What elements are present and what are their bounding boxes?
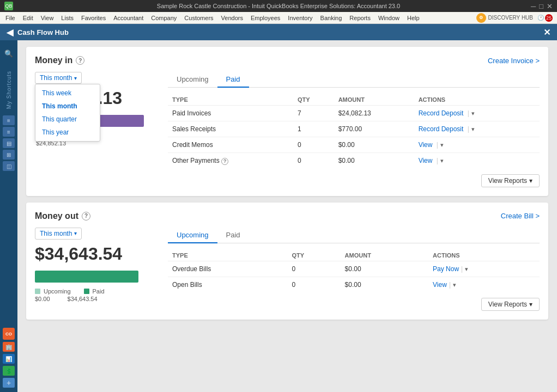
cell-qty-out: 0 [288, 261, 341, 277]
tab-paid-money-out[interactable]: Paid [217, 228, 249, 243]
sidebar-icon-blue[interactable]: 📊 [3, 354, 15, 364]
money-out-title: Money out ? [35, 211, 90, 221]
main-content: Money in ? Create Invoice > This month ▾… [17, 40, 557, 392]
menu-banking[interactable]: Banking [317, 14, 346, 22]
view-link[interactable]: View [433, 281, 447, 289]
chevron-view-icon[interactable]: ▾ [453, 281, 456, 288]
menu-customers[interactable]: Customers [181, 14, 216, 22]
menu-vendors[interactable]: Vendors [218, 14, 246, 22]
money-out-table-header-row: TYPE QTY AMOUNT ACTIONS [168, 250, 540, 261]
upcoming-legend-label: Upcoming [44, 288, 71, 295]
minimize-button[interactable]: ─ [531, 2, 536, 10]
money-in-tabs: Upcoming Paid [168, 72, 540, 88]
menu-bar-right: ⚙ DISCOVERY HUB 🕐 25 [476, 13, 553, 23]
money-out-card: Money out ? Create Bill > This month ▾ $… [26, 203, 548, 320]
menu-view[interactable]: View [38, 14, 57, 22]
money-out-table-body: Overdue Bills 0 $0.00 Pay Now|▾ Open Bil… [168, 261, 540, 292]
money-out-dropdown-btn[interactable]: This month ▾ [35, 228, 82, 240]
menu-reports[interactable]: Reports [346, 14, 374, 22]
discovery-hub-button[interactable]: ⚙ DISCOVERY HUB [476, 13, 533, 23]
action-link-primary[interactable]: View [419, 141, 433, 149]
menu-accountant[interactable]: Accountant [110, 14, 147, 22]
money-out-right: Upcoming Paid TYPE QTY AMOUNT ACTIONS [168, 228, 540, 311]
paid-out-amount-label: $34,643.54 [68, 296, 98, 302]
action-chevron-icon[interactable]: ▾ [471, 110, 475, 117]
dropdown-this-quarter[interactable]: This quarter [35, 113, 100, 126]
table-row: Open Bills 0 $0.00 View|▾ [168, 277, 540, 292]
col-type: TYPE [168, 94, 293, 106]
sidebar-icon-green[interactable]: 💲 [3, 366, 15, 376]
money-in-info-icon[interactable]: ? [76, 56, 84, 65]
view-reports-button-money-out[interactable]: View Reports ▾ [481, 298, 540, 311]
action-chevron-view-icon[interactable]: ▾ [440, 157, 444, 164]
money-out-info-icon[interactable]: ? [82, 212, 90, 220]
menu-inventory[interactable]: Inventory [284, 14, 316, 22]
col-amount-out: AMOUNT [341, 250, 429, 261]
money-in-table-body: Paid Invoices 7 $24,082.13 Record Deposi… [168, 106, 540, 169]
sidebar-icon-5[interactable]: ◫ [3, 161, 15, 171]
sidebar-icon-2[interactable]: ≡ [3, 127, 15, 137]
sidebar-search-icon[interactable]: 🔍 [2, 47, 15, 60]
sidebar-icon-orange[interactable]: 🏢 [3, 342, 15, 352]
action-chevron-icon[interactable]: ▾ [471, 126, 475, 132]
money-in-dropdown[interactable]: This month ▾ This week This month This q… [35, 72, 82, 84]
money-out-table-head: TYPE QTY AMOUNT ACTIONS [168, 250, 540, 261]
tab-paid-money-in[interactable]: Paid [217, 72, 249, 88]
tab-upcoming-money-out[interactable]: Upcoming [168, 228, 217, 243]
maximize-button[interactable]: □ [539, 2, 543, 10]
menu-employees[interactable]: Employees [247, 14, 283, 22]
cell-qty: 0 [293, 153, 334, 169]
money-in-dropdown-menu: This week This month This quarter This y… [35, 84, 100, 142]
money-in-table-head: TYPE QTY AMOUNT ACTIONS [168, 94, 540, 106]
tab-upcoming-money-in[interactable]: Upcoming [168, 72, 217, 88]
notification-count[interactable]: 25 [545, 14, 553, 22]
table-row: Overdue Bills 0 $0.00 Pay Now|▾ [168, 261, 540, 277]
window-controls[interactable]: ─ □ ✕ [531, 2, 553, 10]
money-out-dropdown-label: This month [40, 230, 72, 237]
money-in-title: Money in ? [35, 56, 84, 65]
sidebar-icon-3[interactable]: ▤ [3, 138, 15, 148]
create-bill-link[interactable]: Create Bill > [501, 212, 540, 220]
info-icon-other[interactable]: ? [221, 158, 228, 165]
hub-title: Cash Flow Hub [17, 28, 69, 36]
action-link-primary[interactable]: Record Deposit [419, 125, 464, 133]
money-out-dropdown[interactable]: This month ▾ [35, 228, 82, 240]
menu-window[interactable]: Window [375, 14, 403, 22]
co-button[interactable]: CO [3, 328, 15, 340]
money-in-dropdown-btn[interactable]: This month ▾ [35, 72, 82, 84]
paid-out-legend-label: Paid [93, 288, 105, 295]
action-link-primary[interactable]: Record Deposit [419, 109, 464, 117]
col-actions-out: ACTIONS [428, 250, 540, 261]
add-shortcut-button[interactable]: + [3, 378, 15, 388]
close-hub-button[interactable]: ✕ [543, 27, 550, 38]
menu-company[interactable]: Company [148, 14, 180, 22]
menu-lists[interactable]: Lists [58, 14, 77, 22]
table-row: Sales Receipts 1 $770.00 Record Deposit … [168, 121, 540, 137]
pay-now-link[interactable]: Pay Now [433, 265, 459, 273]
menu-help[interactable]: Help [404, 14, 423, 22]
menu-file[interactable]: File [2, 14, 19, 22]
dropdown-this-week[interactable]: This week [35, 87, 100, 100]
app-icon: QB [4, 2, 13, 10]
action-divider-view: | [437, 157, 438, 164]
money-out-left: This month ▾ $34,643.54 [35, 228, 155, 311]
dropdown-this-year[interactable]: This year [35, 126, 100, 139]
action-chevron-view-icon[interactable]: ▾ [440, 142, 444, 148]
menu-favorites[interactable]: Favorites [78, 14, 109, 22]
sidebar-icon-4[interactable]: ⊞ [3, 150, 15, 160]
sidebar-icon-1[interactable]: ≡ [3, 115, 15, 125]
cell-type-out: Overdue Bills [168, 261, 288, 277]
menu-edit[interactable]: Edit [20, 14, 37, 22]
chevron-pay-icon[interactable]: ▾ [465, 266, 468, 272]
back-button[interactable]: ◀ [7, 27, 13, 38]
money-in-body: This month ▾ This week This month This q… [35, 72, 540, 187]
action-link-primary[interactable]: View [419, 157, 433, 164]
view-reports-button-money-in[interactable]: View Reports ▾ [481, 174, 540, 187]
money-in-right: Upcoming Paid TYPE QTY AMOUNT ACTIONS [168, 72, 540, 187]
close-button[interactable]: ✕ [547, 2, 553, 10]
my-shortcuts-label: My Shortcuts [6, 71, 12, 109]
cell-actions-out: Pay Now|▾ [428, 261, 540, 277]
dropdown-this-month[interactable]: This month [35, 100, 100, 113]
create-invoice-link[interactable]: Create Invoice > [488, 57, 540, 65]
action-divider-pay: | [461, 265, 463, 273]
